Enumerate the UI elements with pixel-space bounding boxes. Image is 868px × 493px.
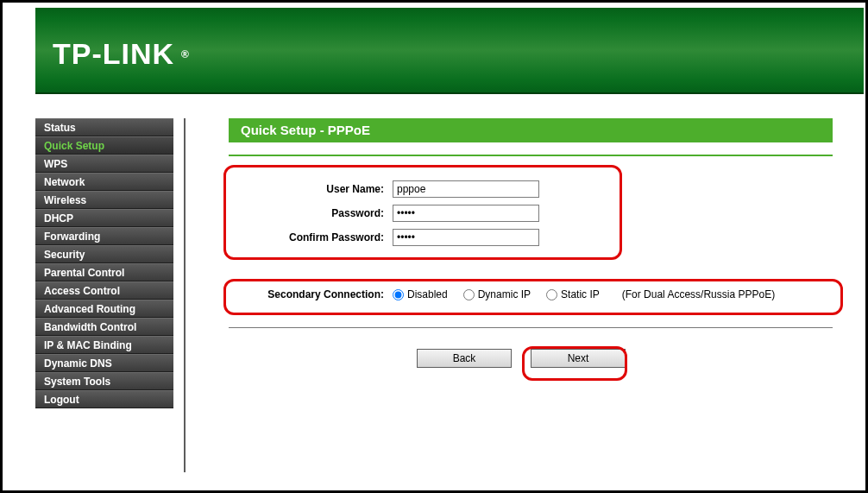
username-label: User Name: xyxy=(229,183,393,195)
sidebar-item-logout[interactable]: Logout xyxy=(35,390,173,408)
row-confirm: Confirm Password: xyxy=(229,225,855,250)
radio-dynamic-ip-input[interactable] xyxy=(463,289,475,300)
sidebar-item-network[interactable]: Network xyxy=(35,173,173,191)
sidebar-item-bandwidth-control[interactable]: Bandwidth Control xyxy=(35,318,173,336)
secondary-note: (For Dual Access/Russia PPPoE) xyxy=(622,288,775,300)
sidebar-item-wireless[interactable]: Wireless xyxy=(35,191,173,209)
title-underline xyxy=(229,155,833,156)
radio-static-ip-label: Static IP xyxy=(561,288,600,300)
sidebar-item-access-control[interactable]: Access Control xyxy=(35,281,173,300)
header-banner: TP-LINK® xyxy=(35,8,864,94)
sidebar-item-dhcp[interactable]: DHCP xyxy=(35,209,173,227)
radio-static-ip[interactable]: Static IP xyxy=(546,288,600,300)
sidebar-item-dynamic-dns[interactable]: Dynamic DNS xyxy=(35,354,173,372)
sidebar-item-forwarding[interactable]: Forwarding xyxy=(35,227,173,245)
confirm-password-label: Confirm Password: xyxy=(229,231,393,243)
form-area: User Name: Password: Confirm Password: S… xyxy=(229,177,855,368)
radio-disabled-label: Disabled xyxy=(407,288,448,300)
registered-mark: ® xyxy=(181,48,190,60)
secondary-connection-label: Secondary Connection: xyxy=(229,288,393,300)
content-area: TP-LINK® StatusQuick SetupWPSNetworkWire… xyxy=(35,8,864,491)
sidebar: StatusQuick SetupWPSNetworkWirelessDHCPF… xyxy=(35,94,173,491)
sidebar-item-advanced-routing[interactable]: Advanced Routing xyxy=(35,300,173,318)
username-input[interactable] xyxy=(393,180,539,198)
radio-dynamic-ip[interactable]: Dynamic IP xyxy=(463,288,531,300)
separator xyxy=(229,327,833,328)
brand-logo: TP-LINK® xyxy=(53,37,190,71)
password-input[interactable] xyxy=(393,205,539,222)
password-label: Password: xyxy=(229,207,393,219)
sidebar-item-quick-setup[interactable]: Quick Setup xyxy=(35,136,173,155)
button-row: Back Next xyxy=(229,349,855,368)
next-button[interactable]: Next xyxy=(531,349,626,368)
sidebar-item-wps[interactable]: WPS xyxy=(35,155,173,173)
confirm-password-input[interactable] xyxy=(393,229,539,246)
sidebar-item-parental-control[interactable]: Parental Control xyxy=(35,263,173,281)
sidebar-item-status[interactable]: Status xyxy=(35,118,173,136)
back-button[interactable]: Back xyxy=(417,349,512,368)
secondary-connection-options: Disabled Dynamic IP Static IP (For Dual … xyxy=(393,288,775,300)
sidebar-item-system-tools[interactable]: System Tools xyxy=(35,372,173,390)
row-username: User Name: xyxy=(229,177,855,201)
radio-disabled-input[interactable] xyxy=(393,289,404,300)
main-panel: Quick Setup - PPPoE User Name: Password: xyxy=(186,94,864,491)
columns: StatusQuick SetupWPSNetworkWirelessDHCPF… xyxy=(35,94,864,491)
radio-disabled[interactable]: Disabled xyxy=(393,288,448,300)
row-password: Password: xyxy=(229,201,855,225)
radio-static-ip-input[interactable] xyxy=(546,289,557,300)
sidebar-item-ip-mac-binding[interactable]: IP & MAC Binding xyxy=(35,336,173,354)
brand-text: TP-LINK xyxy=(53,37,174,71)
sidebar-item-security[interactable]: Security xyxy=(35,245,173,263)
row-secondary-connection: Secondary Connection: Disabled Dynamic I… xyxy=(229,282,855,307)
app-frame: TP-LINK® StatusQuick SetupWPSNetworkWire… xyxy=(0,0,868,493)
radio-dynamic-ip-label: Dynamic IP xyxy=(478,288,531,300)
page-title: Quick Setup - PPPoE xyxy=(229,118,833,142)
